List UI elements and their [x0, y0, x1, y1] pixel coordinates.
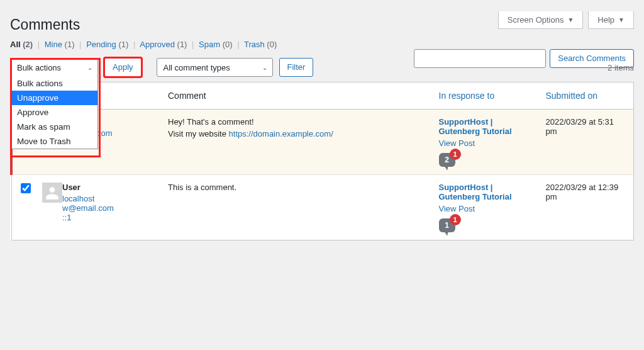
- filter-button[interactable]: Filter: [279, 58, 314, 77]
- column-date[interactable]: Submitted on: [540, 82, 634, 110]
- comment-link[interactable]: https://domain.example.com/: [229, 129, 333, 138]
- comment-count-bubble[interactable]: 2 1: [439, 153, 455, 167]
- author-email2[interactable]: w@email.com: [62, 203, 114, 213]
- pending-badge: 1: [450, 149, 461, 160]
- filter-spam[interactable]: Spam (0): [199, 40, 232, 49]
- chevron-down-icon: ▼: [618, 16, 625, 23]
- table-row: User localhost w@email.com ::1 This is a…: [11, 175, 634, 240]
- chevron-down-icon: ⌄: [87, 64, 92, 71]
- items-count: 2 items: [608, 63, 634, 72]
- help-button[interactable]: Help ▼: [588, 11, 634, 29]
- apply-button[interactable]: Apply: [104, 58, 142, 77]
- comment-type-select[interactable]: All comment types ⌄: [157, 58, 273, 77]
- help-label: Help: [597, 15, 614, 25]
- comment-text: This is a comment.: [168, 183, 426, 192]
- filter-pending[interactable]: Pending (1): [86, 40, 128, 49]
- bulk-option-unapprove[interactable]: Unapprove: [11, 91, 97, 105]
- status-filters: All (2) | Mine (1) | Pending (1) | Appro…: [10, 40, 634, 49]
- table-row: Doe e@gmail.com ::1 Hey! That's a commen…: [11, 110, 634, 175]
- submitted-date: 2022/03/29 at 5:31 pm: [540, 110, 634, 175]
- column-comment: Comment: [162, 82, 433, 110]
- submitted-date: 2022/03/29 at 12:39 pm: [540, 175, 634, 240]
- author-email[interactable]: localhost: [62, 194, 114, 203]
- pending-badge: 1: [450, 214, 461, 225]
- response-post-link[interactable]: SupportHost | Gutenberg Tutorial: [439, 183, 533, 201]
- view-post-link[interactable]: View Post: [439, 204, 533, 213]
- comment-text-line2: Visit my website https://domain.example.…: [168, 129, 426, 138]
- filter-all[interactable]: All (2): [10, 40, 33, 49]
- bulk-option-move-to-trash[interactable]: Move to Trash: [11, 134, 97, 149]
- filter-approved[interactable]: Approved (1): [140, 40, 187, 49]
- comment-count-bubble[interactable]: 1 1: [439, 218, 455, 232]
- bulk-option-mark-as-spam[interactable]: Mark as spam: [11, 120, 97, 134]
- filter-mine[interactable]: Mine (1): [45, 40, 75, 49]
- chevron-down-icon: ⌄: [262, 64, 267, 71]
- row-checkbox[interactable]: [21, 183, 31, 193]
- filter-trash[interactable]: Trash (0): [244, 40, 277, 49]
- bulk-option-bulk-actions[interactable]: Bulk actions: [11, 76, 97, 91]
- bulk-actions-dropdown: Bulk actions Unapprove Approve Mark as s…: [10, 76, 98, 149]
- bulk-actions-select[interactable]: Bulk actions ⌄: [10, 58, 98, 77]
- screen-options-label: Screen Options: [508, 15, 564, 25]
- author-ip[interactable]: ::1: [62, 213, 114, 222]
- bulk-actions-selected: Bulk actions: [17, 63, 61, 72]
- comment-type-selected: All comment types: [164, 63, 230, 72]
- response-post-link[interactable]: SupportHost | Gutenberg Tutorial: [439, 117, 533, 136]
- avatar: [42, 183, 62, 203]
- view-post-link[interactable]: View Post: [439, 138, 533, 148]
- author-name: User: [62, 183, 114, 192]
- comment-text: Hey! That's a comment!: [168, 117, 426, 127]
- person-icon: [44, 184, 60, 201]
- screen-options-button[interactable]: Screen Options ▼: [498, 11, 584, 29]
- chevron-down-icon: ▼: [567, 16, 574, 23]
- bulk-option-approve[interactable]: Approve: [11, 105, 97, 120]
- comments-table: Author Comment In response to Submitted …: [10, 82, 634, 240]
- column-response[interactable]: In response to: [433, 82, 540, 110]
